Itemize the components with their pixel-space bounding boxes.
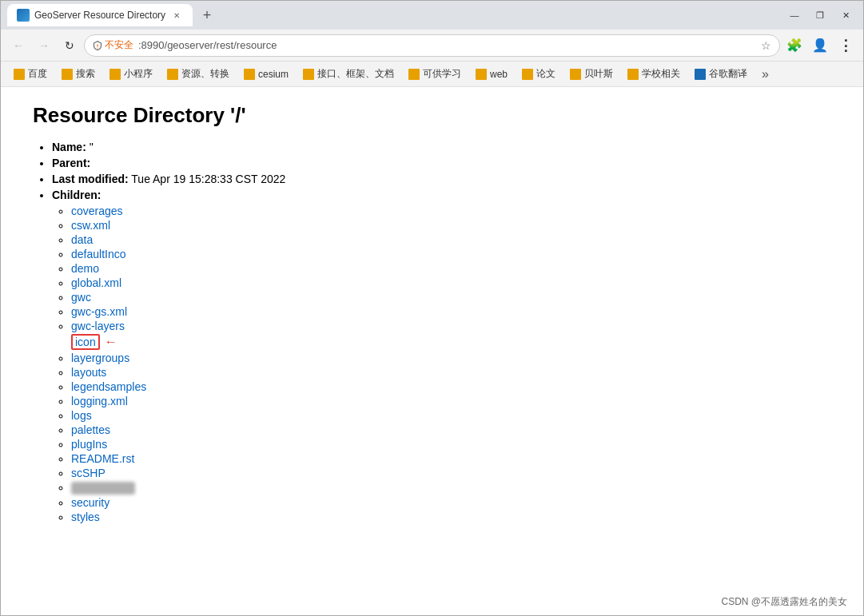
watermark: CSDN @不愿透露姓名的美女: [721, 595, 847, 609]
bookmark-star-icon[interactable]: ☆: [761, 39, 771, 52]
list-item: palettes: [71, 423, 831, 436]
gwc-layers-link[interactable]: gwc-layers: [71, 320, 125, 332]
list-item: scSHP: [71, 467, 831, 479]
styles-link[interactable]: styles: [71, 511, 100, 523]
bookmark-miniapp[interactable]: 小程序: [103, 66, 159, 82]
list-item: coverages: [71, 205, 831, 217]
tab-favicon-icon: [17, 9, 30, 22]
layergroups-link[interactable]: layergroups: [71, 352, 129, 364]
layouts-link[interactable]: layouts: [71, 366, 106, 379]
scshp-link[interactable]: scSHP: [71, 467, 106, 479]
last-modified-value: Tue Apr 19 15:28:33 CST 2022: [131, 173, 285, 185]
redacted-item: [71, 482, 135, 495]
active-tab[interactable]: GeoServer Resource Directory ✕: [7, 4, 193, 26]
tab-title: GeoServer Resource Directory: [34, 10, 165, 21]
restore-button[interactable]: ❐: [809, 4, 831, 26]
minimize-button[interactable]: —: [783, 4, 806, 26]
address-bar[interactable]: 不安全 :8990/geoserver/rest/resource ☆: [84, 34, 780, 57]
name-label: Name:: [52, 141, 86, 153]
tab-close-button[interactable]: ✕: [170, 9, 183, 22]
nav-bar: ← → ↻ 不安全 :8990/geoserver/rest/resource …: [1, 30, 863, 62]
window-controls: — ❐ ✕: [783, 4, 857, 26]
nav-actions: 🧩 👤 ⋮: [783, 34, 857, 57]
bookmark-school[interactable]: 学校相关: [621, 66, 687, 82]
bookmark-resources-label: 资源、转换: [181, 67, 229, 81]
bayes-favicon: [570, 69, 581, 80]
reload-button[interactable]: ↻: [58, 34, 81, 57]
profile-button[interactable]: 👤: [809, 34, 831, 57]
menu-button[interactable]: ⋮: [834, 34, 857, 57]
extensions-button[interactable]: 🧩: [783, 34, 806, 57]
page-title: Resource Directory '/': [33, 103, 831, 128]
list-item: icon ←: [71, 334, 831, 350]
title-bar: GeoServer Resource Directory ✕ + — ❐ ✕: [1, 1, 863, 30]
bookmarks-bar: 百度 搜索 小程序 资源、转换 cesium 接口、框架、文档 可供学习 we: [1, 62, 863, 87]
bookmark-learn[interactable]: 可供学习: [402, 66, 468, 82]
list-item: layouts: [71, 366, 831, 379]
api-favicon: [303, 69, 314, 80]
bookmark-google-translate[interactable]: 谷歌翻译: [688, 66, 754, 82]
parent-item: Parent:: [52, 157, 831, 169]
new-tab-button[interactable]: +: [196, 4, 218, 26]
bookmark-search[interactable]: 搜索: [55, 66, 102, 82]
defaultinco-link[interactable]: defaultInco: [71, 248, 126, 260]
bookmark-gtranslate-label: 谷歌翻译: [709, 67, 747, 81]
list-item: security: [71, 496, 831, 509]
address-text: :8990/geoserver/rest/resource: [138, 39, 756, 51]
forward-button[interactable]: →: [33, 34, 55, 57]
svg-point-1: [97, 47, 98, 48]
plugins-link[interactable]: plugIns: [71, 438, 107, 451]
icon-link[interactable]: icon: [71, 334, 100, 350]
bookmark-baidu-label: 百度: [28, 67, 47, 81]
list-item: data: [71, 233, 831, 246]
bookmark-paper[interactable]: 论文: [516, 66, 562, 82]
last-modified-label: Last modified:: [52, 173, 129, 185]
security-link[interactable]: security: [71, 496, 109, 509]
bookmark-web-label: web: [490, 69, 508, 80]
parent-label: Parent:: [52, 157, 90, 169]
gwc-link[interactable]: gwc: [71, 291, 91, 304]
list-item: gwc-layers: [71, 320, 831, 332]
coverages-link[interactable]: coverages: [71, 205, 123, 217]
gtranslate-favicon: [695, 69, 706, 80]
children-list: coverages csw.xml data defaultInco demo …: [52, 205, 831, 523]
legendsamples-link[interactable]: legendsamples: [71, 380, 146, 393]
baidu-favicon: [14, 69, 25, 80]
children-item: Children: coverages csw.xml data default…: [52, 189, 831, 523]
list-item: global.xml: [71, 276, 831, 289]
list-item: styles: [71, 511, 831, 523]
logs-link[interactable]: logs: [71, 409, 92, 422]
close-button[interactable]: ✕: [834, 4, 857, 26]
paper-favicon: [522, 69, 533, 80]
page-content: Resource Directory '/' Name: '' Parent: …: [1, 87, 863, 615]
bookmark-baidu[interactable]: 百度: [7, 66, 54, 82]
data-link[interactable]: data: [71, 233, 93, 246]
logging-xml-link[interactable]: logging.xml: [71, 395, 128, 407]
name-item: Name: '': [52, 141, 831, 153]
last-modified-item: Last modified: Tue Apr 19 15:28:33 CST 2…: [52, 173, 831, 185]
back-button[interactable]: ←: [7, 34, 30, 57]
demo-link[interactable]: demo: [71, 262, 99, 275]
list-item: legendsamples: [71, 380, 831, 393]
palettes-link[interactable]: palettes: [71, 423, 110, 436]
global-xml-link[interactable]: global.xml: [71, 276, 121, 289]
readme-link[interactable]: README.rst: [71, 452, 134, 465]
info-list: Name: '' Parent: Last modified: Tue Apr …: [33, 141, 831, 523]
list-item: demo: [71, 262, 831, 275]
list-item: defaultInco: [71, 248, 831, 260]
bookmark-web[interactable]: web: [469, 67, 514, 81]
bookmark-more[interactable]: »: [755, 66, 775, 83]
csw-xml-link[interactable]: csw.xml: [71, 219, 110, 232]
bookmark-paper-label: 论文: [536, 67, 555, 81]
bookmark-school-label: 学校相关: [642, 67, 680, 81]
list-item: logs: [71, 409, 831, 422]
bookmark-bayes[interactable]: 贝叶斯: [563, 66, 619, 82]
security-icon: 不安全: [93, 38, 133, 52]
gwc-gs-xml-link[interactable]: gwc-gs.xml: [71, 305, 127, 318]
bookmark-api[interactable]: 接口、框架、文档: [297, 66, 400, 82]
list-item: gwc-gs.xml: [71, 305, 831, 318]
bookmark-cesium[interactable]: cesium: [237, 67, 295, 81]
bookmark-bayes-label: 贝叶斯: [584, 67, 613, 81]
bookmark-resources[interactable]: 资源、转换: [161, 66, 236, 82]
address-url: :8990/geoserver/rest/resource: [138, 39, 277, 51]
